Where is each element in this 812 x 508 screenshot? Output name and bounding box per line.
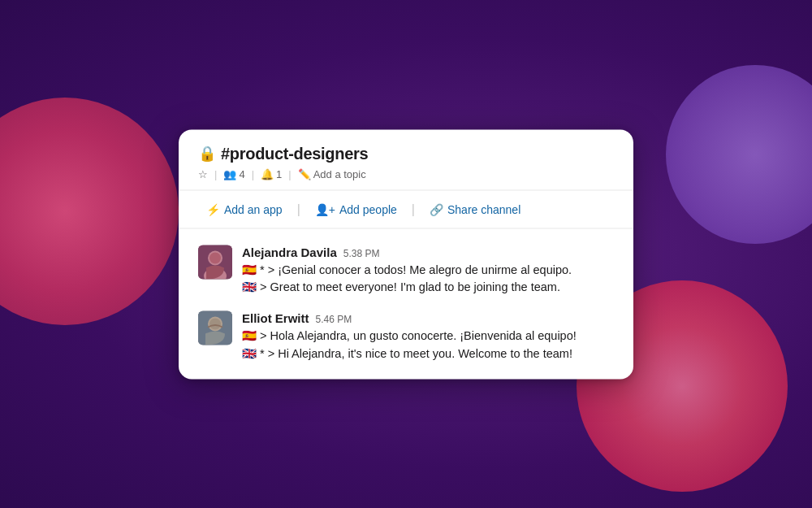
- timestamp-1: 5.38 PM: [343, 247, 380, 258]
- action-sep-2: |: [412, 202, 415, 216]
- channel-card: 🔒 #product-designers ☆ | 👥 4 | 🔔 1 | ✏️ …: [179, 129, 633, 379]
- svg-point-6: [209, 319, 221, 330]
- card-actions: ⚡ Add an app | 👤+ Add people | 🔗 Share c…: [179, 190, 633, 228]
- messages-area: Alejandra Davila 5.38 PM 🇪🇸 * > ¡Genial …: [179, 228, 633, 379]
- message-2-line-1: 🇪🇸 > Hola Alejandra, un gusto conocerte.…: [242, 328, 614, 345]
- sep-3: |: [288, 167, 291, 180]
- pencil-icon: ✏️: [298, 167, 311, 180]
- svg-point-3: [209, 252, 221, 263]
- channel-title-row: 🔒 #product-designers: [198, 144, 614, 163]
- add-topic-label: Add a topic: [313, 167, 366, 180]
- avatar-elliot: [198, 311, 232, 345]
- action-sep-1: |: [297, 202, 300, 216]
- message-1-header: Alejandra Davila 5.38 PM: [242, 245, 614, 258]
- card-header: 🔒 #product-designers ☆ | 👥 4 | 🔔 1 | ✏️ …: [179, 129, 633, 190]
- sender-alejandra: Alejandra Davila: [242, 245, 337, 258]
- message-2: Elliot Erwitt 5.46 PM 🇪🇸 > Hola Alejandr…: [198, 311, 614, 363]
- add-people-label: Add people: [339, 202, 397, 215]
- message-1-line-1: 🇪🇸 * > ¡Genial conocer a todos! Me alegr…: [242, 261, 614, 279]
- notif-number: 1: [276, 167, 282, 180]
- share-channel-label: Share channel: [447, 202, 520, 215]
- message-2-header: Elliot Erwitt 5.46 PM: [242, 311, 614, 325]
- message-2-line-2: 🇬🇧 * > Hi Alejandra, it's nice to meet y…: [242, 345, 614, 363]
- add-app-icon: ⚡: [206, 202, 220, 215]
- sep-2: |: [252, 167, 254, 180]
- star-button[interactable]: ☆: [198, 167, 208, 180]
- message-1: Alejandra Davila 5.38 PM 🇪🇸 * > ¡Genial …: [198, 245, 614, 297]
- notif-icon: 🔔: [261, 167, 274, 180]
- people-icon: 👥: [223, 167, 236, 180]
- message-1-line-2: 🇬🇧 > Great to meet everyone! I'm glad to…: [242, 279, 614, 297]
- members-count: 👥 4: [223, 167, 244, 180]
- channel-meta: ☆ | 👥 4 | 🔔 1 | ✏️ Add a topic: [198, 167, 614, 180]
- add-app-button[interactable]: ⚡ Add an app: [198, 198, 291, 219]
- timestamp-2: 5.46 PM: [316, 314, 352, 325]
- message-1-content: Alejandra Davila 5.38 PM 🇪🇸 * > ¡Genial …: [242, 245, 614, 297]
- share-channel-icon: 🔗: [430, 202, 443, 215]
- message-2-content: Elliot Erwitt 5.46 PM 🇪🇸 > Hola Alejandr…: [242, 311, 614, 363]
- add-app-label: Add an app: [224, 202, 283, 215]
- sender-elliot: Elliot Erwitt: [242, 311, 309, 325]
- add-topic-button[interactable]: ✏️ Add a topic: [298, 167, 366, 180]
- avatar-alejandra: [198, 245, 232, 279]
- notif-count: 🔔 1: [261, 167, 282, 180]
- add-people-button[interactable]: 👤+ Add people: [307, 198, 405, 219]
- lock-icon: 🔒: [198, 145, 216, 163]
- add-people-icon: 👤+: [315, 202, 335, 215]
- members-number: 4: [239, 167, 244, 180]
- sep-1: |: [214, 167, 217, 180]
- share-channel-button[interactable]: 🔗 Share channel: [421, 198, 529, 219]
- channel-name: #product-designers: [221, 144, 368, 163]
